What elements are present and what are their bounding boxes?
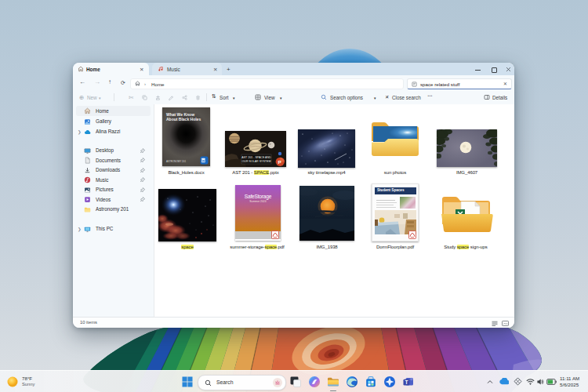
svg-text:T: T xyxy=(405,379,408,385)
svg-text:P: P xyxy=(278,158,281,164)
svg-text:AST 201 - SPACE AND: AST 201 - SPACE AND xyxy=(241,156,271,159)
svg-text:OUR SOLAR SYSTEM: OUR SOLAR SYSTEM xyxy=(242,160,271,163)
